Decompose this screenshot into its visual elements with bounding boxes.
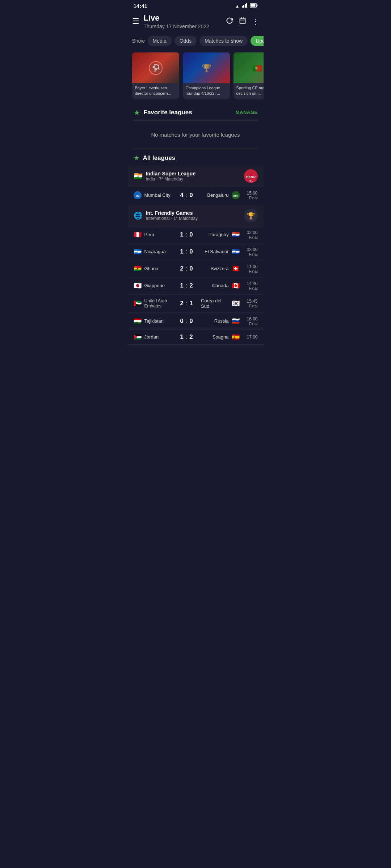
favorite-leagues-title-group: ★ Favorite leagues	[134, 108, 192, 117]
svg-rect-3	[246, 3, 247, 8]
media-card-1[interactable]: 🏆 Champions League roundup 4/10/22: ...	[183, 52, 230, 99]
match-tajikistan-russia[interactable]: 🇹🇯 Tajikistan 0 : 0 Russia 🇷🇺 16:00 Fina…	[128, 312, 264, 329]
league-sub-isl: India - 7° Matchday	[146, 176, 240, 182]
favorite-leagues-header: ★ Favorite leagues MANAGE	[128, 103, 264, 120]
team-name-tajikistan: Tajikistan	[144, 318, 164, 324]
media-card-0[interactable]: ⚽ Bayer Leverkusen director unconcern...	[132, 52, 179, 99]
tajikistan-flag-icon: 🇹🇯	[134, 318, 142, 324]
league-block-indian-super-league: 🇮🇳 Indian Super League India - 7° Matchd…	[128, 166, 264, 204]
signal-icon	[242, 3, 248, 9]
team-right-elsalvador: El Salvador 🇸🇻	[201, 249, 240, 255]
score-sep: :	[186, 192, 188, 199]
ghana-flag-icon: 🇬🇭	[134, 266, 142, 272]
score-left-mumbai: 4	[180, 192, 183, 199]
match-peru-paraguay[interactable]: 🇵🇪 Perù 1 : 0 Paraguay 🇵🇾 02:00 Final	[128, 226, 264, 243]
team-left-jordan: 🇯🇴 Jordan	[134, 334, 172, 340]
filter-chip-matches-to-show[interactable]: Matches to show	[199, 36, 248, 46]
uae-flag-icon: 🇦🇪	[134, 301, 142, 306]
filter-show-label: Show	[132, 38, 145, 44]
score-left-peru: 1	[180, 231, 183, 238]
header-actions: ⋮	[226, 17, 259, 26]
score-block-ghana-svizzera: 2 : 0	[172, 265, 201, 272]
calendar-icon[interactable]	[239, 17, 246, 26]
team-name-peru: Perù	[144, 232, 154, 237]
southkorea-flag-icon: 🇰🇷	[232, 301, 240, 306]
team-right-spagna: Spagna 🇪🇸	[201, 334, 240, 340]
no-matches-text: No matches for your favorite leagues	[128, 121, 264, 149]
team-name-nicaragua: Nicaragua	[144, 249, 166, 254]
paraguay-flag-icon: 🇵🇾	[232, 232, 240, 238]
svg-rect-2	[245, 4, 246, 8]
page-title: Live	[144, 13, 222, 23]
match-row-mumbai-bengaluru[interactable]: MC Mumbai City 4 : 0 Bengaluru BFC 15:00…	[128, 187, 264, 204]
team-name-svizzera: Svizzera	[211, 266, 229, 271]
svg-text:⚽: ⚽	[151, 63, 160, 72]
svg-text:ISL: ISL	[249, 179, 253, 182]
team-left-giappone: 🇯🇵 Giappone	[134, 283, 172, 289]
filter-chip-media[interactable]: Media	[148, 36, 172, 46]
league-header-int-friendly[interactable]: 🌐 Int. Friendly Games International - 1°…	[128, 205, 264, 226]
match-ghana-svizzera[interactable]: 🇬🇭 Ghana 2 : 0 Svizzera 🇨🇭 11:00 Final	[128, 260, 264, 277]
manage-button[interactable]: MANAGE	[236, 110, 258, 115]
svg-rect-6	[250, 4, 255, 7]
menu-icon[interactable]: ☰	[132, 17, 139, 26]
team-name-giappone: Giappone	[144, 283, 165, 288]
favorite-leagues-title: Favorite leagues	[144, 109, 192, 116]
team-name-mumbai: Mumbai City	[144, 192, 171, 198]
score-block-tajikistan-russia: 0 : 0	[172, 318, 201, 325]
svg-rect-0	[242, 6, 243, 8]
match-giappone-canada[interactable]: 🇯🇵 Giappone 1 : 2 Canada 🇨🇦 14:40 Final	[128, 277, 264, 294]
wifi-icon: ▲	[235, 4, 240, 9]
league-logo-isl: HEROISL	[244, 169, 258, 183]
match-uae-corea[interactable]: 🇦🇪 United Arab Emirates 2 : 1 Corea del …	[128, 294, 264, 312]
svg-rect-1	[243, 5, 244, 8]
team-name-ghana: Ghana	[144, 266, 159, 271]
all-leagues-star-icon: ★	[134, 154, 139, 162]
team-left-tajikistan: 🇹🇯 Tajikistan	[134, 318, 172, 324]
match-jordan-spagna[interactable]: 🇯🇴 Jordan 1 : 2 Spagna 🇪🇸 17:00	[128, 329, 264, 345]
team-name-bengaluru: Bengaluru	[207, 192, 228, 198]
team-name-corea: Corea del Sud	[201, 298, 229, 309]
russia-flag-icon: 🇷🇺	[232, 318, 240, 324]
league-info-isl: Indian Super League India - 7° Matchday	[146, 171, 240, 182]
header-title-block: Live Thursday 17 November 2022	[144, 13, 222, 29]
refresh-icon[interactable]	[226, 17, 233, 26]
match-time-value: 15:00	[240, 191, 258, 196]
media-card-image-2: 🇵🇹	[234, 52, 264, 83]
league-block-int-friendly: 🌐 Int. Friendly Games International - 1°…	[128, 205, 264, 345]
league-info-friendly: Int. Friendly Games International - 1° M…	[146, 210, 240, 221]
filter-chip-upcoming[interactable]: Upcoming	[251, 36, 263, 46]
league-header-indian-super-league[interactable]: 🇮🇳 Indian Super League India - 7° Matchd…	[128, 166, 264, 187]
all-leagues-header: ★ All leagues	[128, 149, 264, 166]
match-nicaragua-elsalvador[interactable]: 🇳🇮 Nicaragua 1 : 0 El Salvador 🇸🇻 03:00 …	[128, 243, 264, 260]
team-name-canada: Canada	[212, 283, 229, 288]
jordan-flag-icon: 🇯🇴	[134, 334, 142, 340]
svg-rect-7	[240, 18, 245, 24]
media-card-title-2: Sporting CP make decision on ...	[234, 83, 264, 99]
favorite-star-icon: ★	[134, 108, 140, 117]
team-right-corea: Corea del Sud 🇰🇷	[201, 298, 240, 309]
japan-flag-icon: 🇯🇵	[134, 283, 142, 289]
team-name-russia: Russia	[214, 318, 229, 324]
elsalvador-flag-icon: 🇸🇻	[232, 249, 240, 255]
media-card-title-0: Bayer Leverkusen director unconcern...	[132, 83, 179, 99]
media-card-2[interactable]: 🇵🇹 Sporting CP make decision on ...	[234, 52, 264, 99]
bengaluru-logo: BFC	[232, 191, 240, 199]
bottom-padding	[128, 346, 264, 353]
league-sub-friendly: International - 1° Matchday	[146, 216, 240, 221]
filter-row: Show Media Odds Matches to show Upcoming	[128, 34, 264, 48]
team-name-elsalvador: El Salvador	[205, 249, 228, 254]
team-left-peru: 🇵🇪 Perù	[134, 232, 172, 238]
team-left-nicaragua: 🇳🇮 Nicaragua	[134, 249, 172, 255]
filter-chip-odds[interactable]: Odds	[175, 36, 197, 46]
score-right-paraguay: 0	[189, 231, 193, 238]
media-card-title-1: Champions League roundup 4/10/22: ...	[183, 83, 230, 99]
switzerland-flag-icon: 🇨🇭	[232, 266, 240, 272]
team-right-bengaluru: Bengaluru BFC	[201, 191, 240, 199]
team-right-canada: Canada 🇨🇦	[201, 283, 240, 289]
svg-text:🏆: 🏆	[247, 212, 255, 220]
match-time-mumbai: 15:00 Final	[240, 191, 258, 200]
team-right-svizzera: Svizzera 🇨🇭	[201, 266, 240, 272]
more-icon[interactable]: ⋮	[252, 17, 259, 26]
page-subtitle: Thursday 17 November 2022	[144, 24, 222, 29]
